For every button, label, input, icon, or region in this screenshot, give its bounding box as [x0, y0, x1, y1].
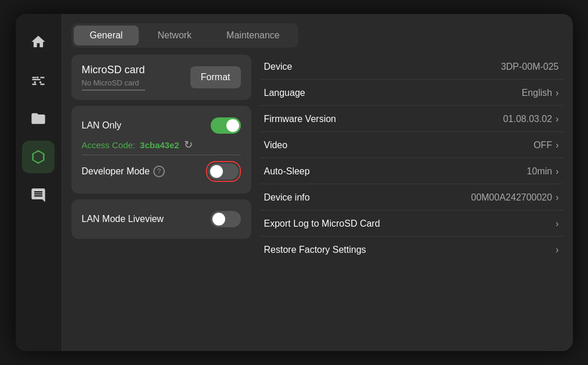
restore-chevron: ›	[555, 245, 558, 255]
settings-row-video[interactable]: Video OFF ›	[259, 133, 564, 158]
liveview-row: LAN Mode Liveview	[82, 209, 241, 230]
liveview-toggle[interactable]	[211, 211, 241, 227]
microsd-title: MicroSD card	[82, 64, 145, 76]
liveview-panel: LAN Mode Liveview	[71, 199, 251, 239]
settings-row-language[interactable]: Language English ›	[259, 81, 564, 106]
developer-mode-row: Developer Mode ?	[82, 159, 241, 184]
settings-row-firmware[interactable]: Firmware Version 01.08.03.02 ›	[259, 107, 564, 132]
lan-only-label: LAN Only	[82, 120, 121, 131]
microsd-status: No MicroSD card	[82, 78, 145, 87]
content-area: MicroSD card No MicroSD card Format LAN …	[71, 55, 564, 342]
video-value: OFF	[533, 140, 552, 151]
autosleep-key: Auto-Sleep	[264, 166, 310, 177]
export-chevron: ›	[555, 219, 558, 229]
sidebar-item-hex[interactable]	[22, 141, 55, 173]
firmware-value: 01.08.03.02	[503, 114, 553, 124]
autosleep-chevron: ›	[555, 166, 558, 177]
firmware-value-group: 01.08.03.02 ›	[503, 114, 559, 124]
deviceinfo-value-group: 00M00A242700020 ›	[471, 192, 558, 203]
language-chevron: ›	[555, 88, 558, 98]
language-value-group: English ›	[522, 88, 559, 98]
deviceinfo-key: Device info	[264, 192, 310, 203]
format-button[interactable]: Format	[190, 66, 241, 88]
tab-maintenance[interactable]: Maintenance	[210, 26, 296, 45]
developer-mode-knob	[210, 165, 223, 178]
lan-only-row: LAN Only	[82, 115, 241, 136]
export-value-group: ›	[555, 219, 558, 229]
network-settings-panel: LAN Only Access Code: 3cba43e2 ↻	[71, 106, 251, 194]
developer-help-icon[interactable]: ?	[153, 166, 165, 177]
video-chevron: ›	[555, 140, 558, 151]
settings-row-restore[interactable]: Restore Factory Settings ›	[259, 238, 564, 262]
restore-key: Restore Factory Settings	[264, 245, 366, 255]
video-value-group: OFF ›	[533, 140, 558, 151]
restore-value-group: ›	[555, 245, 558, 255]
sidebar-item-tuning[interactable]	[22, 64, 55, 96]
divider	[82, 155, 241, 155]
left-panel: MicroSD card No MicroSD card Format LAN …	[71, 55, 251, 342]
device-screen: General Network Maintenance MicroSD card…	[16, 14, 573, 351]
developer-toggle-wrapper	[206, 161, 241, 182]
language-key: Language	[264, 88, 305, 98]
firmware-chevron: ›	[555, 114, 558, 124]
device-value: 3DP-00M-025	[501, 62, 559, 72]
settings-row-device[interactable]: Device 3DP-00M-025	[259, 55, 564, 80]
liveview-knob	[212, 213, 225, 226]
developer-label-group: Developer Mode ?	[82, 166, 165, 177]
access-code-label: Access Code:	[82, 140, 136, 150]
autosleep-value-group: 10min ›	[527, 166, 559, 177]
settings-row-autosleep[interactable]: Auto-Sleep 10min ›	[259, 159, 564, 184]
export-key: Export Log to MicroSD Card	[264, 219, 380, 229]
tab-general[interactable]: General	[74, 26, 139, 45]
microsd-card-panel: MicroSD card No MicroSD card Format	[71, 55, 251, 100]
developer-mode-toggle[interactable]	[208, 163, 239, 180]
deviceinfo-chevron: ›	[555, 192, 558, 203]
settings-row-export[interactable]: Export Log to MicroSD Card ›	[259, 212, 564, 237]
microsd-underline	[82, 90, 145, 91]
microsd-info: MicroSD card No MicroSD card	[82, 64, 145, 91]
autosleep-value: 10min	[527, 166, 553, 177]
lan-only-toggle[interactable]	[211, 117, 241, 134]
device-key: Device	[264, 62, 293, 72]
sidebar-item-home[interactable]	[22, 26, 55, 58]
access-code-row: Access Code: 3cba43e2 ↻	[82, 138, 241, 151]
access-code-value: 3cba43e2	[140, 140, 179, 150]
main-content: General Network Maintenance MicroSD card…	[62, 14, 573, 351]
refresh-icon[interactable]: ↻	[184, 138, 193, 151]
sidebar	[16, 14, 62, 351]
firmware-key: Firmware Version	[264, 114, 336, 124]
liveview-label: LAN Mode Liveview	[82, 214, 164, 224]
video-key: Video	[264, 140, 288, 151]
language-value: English	[522, 88, 552, 98]
deviceinfo-value: 00M00A242700020	[471, 192, 552, 203]
device-value-group: 3DP-00M-025	[501, 62, 559, 72]
lan-only-knob	[226, 119, 239, 132]
sidebar-item-chat[interactable]	[22, 179, 55, 212]
settings-row-deviceinfo[interactable]: Device info 00M00A242700020 ›	[259, 185, 564, 210]
tab-network[interactable]: Network	[141, 26, 208, 45]
tabs: General Network Maintenance	[71, 23, 298, 48]
sidebar-item-files[interactable]	[22, 102, 55, 135]
right-panel: Device 3DP-00M-025 Language English › Fi…	[259, 55, 564, 342]
developer-mode-label: Developer Mode	[82, 166, 150, 177]
